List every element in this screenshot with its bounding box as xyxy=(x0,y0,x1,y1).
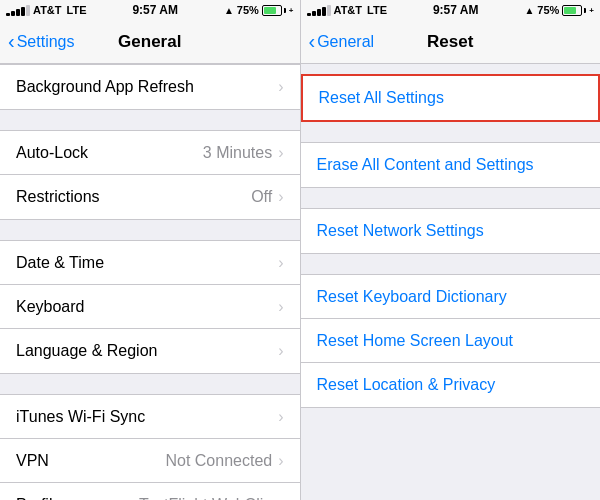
section-datetime: Date & Time › Keyboard › Language & Regi… xyxy=(0,240,300,374)
value-vpn: Not Connected xyxy=(165,452,272,470)
row-auto-lock[interactable]: Auto-Lock 3 Minutes › xyxy=(0,131,300,175)
battery-icon-left: + xyxy=(262,5,294,16)
nav-title-right: Reset xyxy=(427,32,473,52)
label-erase-all-content: Erase All Content and Settings xyxy=(317,156,534,174)
row-reset-all-settings[interactable]: Reset All Settings xyxy=(303,76,599,120)
carrier-label-right: AT&T xyxy=(334,4,363,16)
nav-title-left: General xyxy=(118,32,181,52)
location-icon: ▲ xyxy=(224,5,234,16)
row-background-app-refresh[interactable]: Background App Refresh › xyxy=(0,65,300,109)
label-reset-keyboard-dictionary: Reset Keyboard Dictionary xyxy=(317,288,507,306)
label-restrictions: Restrictions xyxy=(16,188,251,206)
signal-icon-right xyxy=(307,5,331,16)
time-label-left: 9:57 AM xyxy=(132,3,178,17)
status-bar-left: AT&T LTE 9:57 AM ▲ 75% + xyxy=(0,0,300,20)
chevron-vpn: › xyxy=(278,452,283,470)
chevron-keyboard: › xyxy=(278,298,283,316)
label-auto-lock: Auto-Lock xyxy=(16,144,203,162)
status-right-right-side: ▲ 75% + xyxy=(524,4,594,16)
label-date-time: Date & Time xyxy=(16,254,278,272)
status-right-left-side: AT&T LTE xyxy=(307,4,387,16)
section-autolock: Auto-Lock 3 Minutes › Restrictions Off › xyxy=(0,130,300,220)
chevron-background: › xyxy=(278,78,283,96)
chevron-auto-lock: › xyxy=(278,144,283,162)
label-reset-all-settings: Reset All Settings xyxy=(319,89,444,107)
value-profile: TestFlight WebClip xyxy=(139,496,272,500)
row-reset-location-privacy[interactable]: Reset Location & Privacy xyxy=(301,363,601,407)
row-date-time[interactable]: Date & Time › xyxy=(0,241,300,285)
back-button-left[interactable]: ‹ Settings xyxy=(8,32,74,51)
nav-bar-left: ‹ Settings General xyxy=(0,20,300,64)
section-itunes: iTunes Wi-Fi Sync › VPN Not Connected › … xyxy=(0,394,300,500)
back-button-right[interactable]: ‹ General xyxy=(309,32,375,51)
row-reset-keyboard-dictionary[interactable]: Reset Keyboard Dictionary xyxy=(301,275,601,319)
label-reset-location-privacy: Reset Location & Privacy xyxy=(317,376,496,394)
reset-all-settings-highlighted: Reset All Settings xyxy=(301,74,601,122)
chevron-date-time: › xyxy=(278,254,283,272)
battery-percent-right: 75% xyxy=(537,4,559,16)
value-auto-lock: 3 Minutes xyxy=(203,144,272,162)
label-vpn: VPN xyxy=(16,452,165,470)
section-network-reset: Reset Network Settings xyxy=(301,208,601,254)
label-reset-network: Reset Network Settings xyxy=(317,222,484,240)
section-misc-reset: Reset Keyboard Dictionary Reset Home Scr… xyxy=(301,274,601,408)
label-itunes-wifi-sync: iTunes Wi-Fi Sync xyxy=(16,408,278,426)
row-itunes-wifi-sync[interactable]: iTunes Wi-Fi Sync › xyxy=(0,395,300,439)
status-left: AT&T LTE xyxy=(6,4,86,16)
value-restrictions: Off xyxy=(251,188,272,206)
row-keyboard[interactable]: Keyboard › xyxy=(0,285,300,329)
back-chevron-right: ‹ xyxy=(309,31,316,51)
row-erase-all-content[interactable]: Erase All Content and Settings xyxy=(301,143,601,187)
status-right-left: ▲ 75% + xyxy=(224,4,294,16)
row-reset-home-screen[interactable]: Reset Home Screen Layout xyxy=(301,319,601,363)
left-panel: AT&T LTE 9:57 AM ▲ 75% + ‹ Settings Gene… xyxy=(0,0,300,500)
time-label-right: 9:57 AM xyxy=(433,3,479,17)
row-reset-network[interactable]: Reset Network Settings xyxy=(301,209,601,253)
row-profile[interactable]: Profile TestFlight WebClip › xyxy=(0,483,300,500)
label-language-region: Language & Region xyxy=(16,342,278,360)
row-restrictions[interactable]: Restrictions Off › xyxy=(0,175,300,219)
section-background: Background App Refresh › xyxy=(0,64,300,110)
chevron-restrictions: › xyxy=(278,188,283,206)
chevron-profile: › xyxy=(278,496,283,500)
status-bar-right: AT&T LTE 9:57 AM ▲ 75% + xyxy=(301,0,601,20)
settings-list: Background App Refresh › Auto-Lock 3 Min… xyxy=(0,64,300,500)
row-vpn[interactable]: VPN Not Connected › xyxy=(0,439,300,483)
carrier-label: AT&T xyxy=(33,4,62,16)
reset-list: Reset All Settings Erase All Content and… xyxy=(301,64,601,500)
back-label-right: General xyxy=(317,33,374,51)
label-profile: Profile xyxy=(16,496,139,500)
row-language-region[interactable]: Language & Region › xyxy=(0,329,300,373)
nav-bar-right: ‹ General Reset xyxy=(301,20,601,64)
signal-icon xyxy=(6,5,30,16)
chevron-itunes-wifi-sync: › xyxy=(278,408,283,426)
battery-icon-right: + xyxy=(562,5,594,16)
location-icon-right: ▲ xyxy=(524,5,534,16)
label-keyboard: Keyboard xyxy=(16,298,278,316)
right-panel: AT&T LTE 9:57 AM ▲ 75% + ‹ General Reset xyxy=(301,0,601,500)
battery-percent-left: 75% xyxy=(237,4,259,16)
label-reset-home-screen: Reset Home Screen Layout xyxy=(317,332,514,350)
section-erase: Erase All Content and Settings xyxy=(301,142,601,188)
back-label-left: Settings xyxy=(17,33,75,51)
back-chevron-left: ‹ xyxy=(8,31,15,51)
network-label: LTE xyxy=(67,4,87,16)
label-background-app-refresh: Background App Refresh xyxy=(16,78,278,96)
network-label-right: LTE xyxy=(367,4,387,16)
chevron-language-region: › xyxy=(278,342,283,360)
